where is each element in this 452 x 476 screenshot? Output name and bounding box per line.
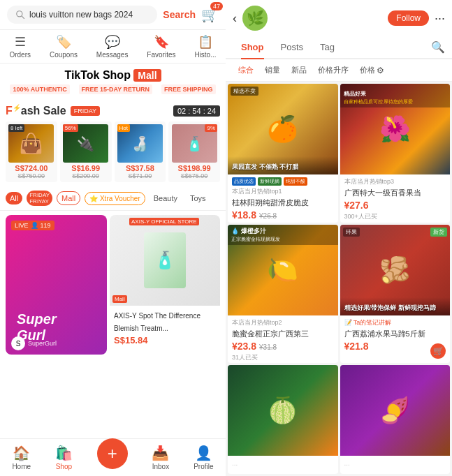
nav-coupons[interactable]: 🏷️ Coupons bbox=[50, 34, 78, 59]
flash-badge-3: 9% bbox=[205, 124, 217, 132]
grid-item-1[interactable]: 🌺 精品好果 自家种植品质可控 厚待您的厚爱 本店当月热销top3 广西特大一级… bbox=[340, 84, 451, 223]
price-row-0: ¥18.8 ¥26.8 bbox=[232, 209, 334, 221]
bottom-nav: 🏠 Home 🛍️ Shop + 📥 Inbox 👤 Profile bbox=[0, 438, 226, 476]
search-button[interactable]: Search bbox=[163, 9, 196, 20]
product-image-1: 🌺 精品好果 自家种植品质可控 厚待您的厚爱 bbox=[340, 84, 451, 174]
grid-item-2[interactable]: 🍋 💧 爆橙多汁 正宗脆蜜金桔现摘现发 本店当月热销top2 脆蜜金柑正宗广西第… bbox=[228, 225, 338, 364]
cart-icon-wrap[interactable]: 🛒 47 bbox=[201, 6, 219, 23]
flash-item-1[interactable]: 🔌 56% S$16.99 S$200.00 bbox=[60, 121, 112, 182]
grid-item-5[interactable]: 🍠 ... bbox=[340, 365, 451, 474]
product-info-4: ... bbox=[228, 456, 338, 474]
nav-orders[interactable]: ☰ Orders bbox=[9, 34, 31, 59]
nav-history[interactable]: 📋 Histo... bbox=[194, 34, 216, 59]
shop-label-3: 📝 Ta的笔记讲解 bbox=[344, 318, 446, 327]
live-channel: SuperGurl bbox=[28, 340, 57, 347]
grid-item-0[interactable]: 🍊 精选不卖 果园直发 不催熟 不打腊 品质优选 新鲜现摘 纯甜不酸 本店当月热… bbox=[228, 84, 338, 223]
bottom-nav-add[interactable]: + bbox=[97, 447, 128, 469]
product-info-0: 品质优选 新鲜现摘 纯甜不酸 本店当月热销top1 桂林阳朔纯甜滑皮脆皮 ¥18… bbox=[228, 174, 338, 223]
flash-sale-label: F⚡ash Sale bbox=[6, 104, 66, 117]
right-panel: ‹ 🌿 Follow ··· Shop Posts Tag 🔍 综合 销量 新品… bbox=[226, 0, 452, 476]
cat-tab-toys[interactable]: Toys bbox=[186, 192, 210, 204]
tab-shop[interactable]: Shop bbox=[233, 36, 272, 58]
messages-icon: 💬 bbox=[105, 34, 120, 50]
product-image-5: 🍠 bbox=[340, 365, 451, 456]
add-button[interactable]: + bbox=[97, 438, 128, 469]
nav-orders-label: Orders bbox=[9, 51, 31, 59]
product-image-2: 🍋 💧 爆橙多汁 正宗脆蜜金桔现摘现发 bbox=[228, 225, 338, 315]
more-options-button[interactable]: ··· bbox=[435, 11, 445, 26]
product-image-4: 🍈 bbox=[228, 365, 338, 456]
filter-new[interactable]: 新品 bbox=[286, 62, 312, 78]
right-search-icon[interactable]: 🔍 bbox=[431, 40, 445, 54]
flash-badge-0: 8 left bbox=[8, 124, 24, 132]
product-info-1: 本店当月热销top3 广西特大一级百香果当 ¥27.6 300+人已买 bbox=[340, 174, 451, 223]
banner-tag-shipping: FREE SHIPPING bbox=[161, 84, 216, 94]
flash-item-0[interactable]: 👜 8 left S$724.00 S$750.00 bbox=[6, 121, 57, 182]
search-input-wrap[interactable]: louis vuitton new bags 2024 bbox=[7, 6, 157, 24]
nav-favorites-label: Favorites bbox=[147, 51, 175, 59]
banner-overlay-1: 精品好果 自家种植品质可控 厚待您的厚爱 bbox=[340, 84, 451, 107]
profile-icon: 👤 bbox=[195, 445, 212, 461]
grid-item-4[interactable]: 🍈 ... bbox=[228, 365, 338, 474]
bottom-nav-home[interactable]: 🏠 Home bbox=[12, 445, 31, 470]
shop-label-1: 本店当月热销top3 bbox=[344, 177, 446, 186]
live-label: LIVE bbox=[15, 222, 29, 229]
huan-badge-3: 环果 bbox=[343, 228, 360, 237]
favorites-icon: 🔖 bbox=[154, 34, 169, 50]
grid-item-3[interactable]: 🫚 环果 新货 精选好果/带泡保鲜 新鲜现挖马蹄 📝 Ta的笔记讲解 广西荔浦水… bbox=[340, 225, 451, 364]
nav-favorites[interactable]: 🔖 Favorites bbox=[147, 34, 175, 59]
price-2: ¥23.8 bbox=[232, 341, 256, 352]
orig-price-0: ¥26.8 bbox=[259, 212, 277, 220]
product-title-1: 广西特大一级百香果当 bbox=[344, 188, 446, 198]
filter-price[interactable]: 价格 ⚙ bbox=[354, 62, 390, 78]
filter-sales[interactable]: 销量 bbox=[259, 62, 286, 78]
live-card[interactable]: LIVE 👤 119 SuperGurl S SuperGurl bbox=[6, 215, 107, 355]
product-title: AXIS-Y Spot The Difference Blemish Treat… bbox=[114, 312, 201, 332]
price-1: ¥27.6 bbox=[344, 200, 369, 211]
bottom-nav-inbox[interactable]: 📥 Inbox bbox=[152, 445, 169, 470]
cat-tab-all[interactable]: All bbox=[6, 192, 22, 204]
nav-history-label: Histo... bbox=[194, 51, 216, 59]
sold-2: 31人已买 bbox=[232, 353, 334, 362]
banner-title-text: TikTok Shop bbox=[64, 69, 133, 81]
bottom-nav-shop-label: Shop bbox=[56, 463, 72, 470]
friday-badge: FRIDAY bbox=[71, 106, 100, 116]
bottom-nav-shop[interactable]: 🛍️ Shop bbox=[55, 445, 73, 470]
banner-title: TikTok Shop Mall bbox=[6, 69, 220, 82]
cat-tab-mall[interactable]: Mall bbox=[57, 191, 80, 205]
filter-comprehensive[interactable]: 综合 bbox=[233, 62, 259, 78]
bottom-nav-inbox-label: Inbox bbox=[152, 463, 169, 470]
right-header: ‹ 🌿 Follow ··· bbox=[226, 0, 452, 36]
nav-icons: ☰ Orders 🏷️ Coupons 💬 Messages 🔖 Favorit… bbox=[0, 30, 226, 64]
flash-price-2: S$37.58 bbox=[126, 164, 154, 172]
axis-y-product-card[interactable]: 🧴 Mall AXIS-Y OFFICIAL STORE AXIS-Y Spot… bbox=[110, 215, 220, 434]
cat-tab-beauty[interactable]: Beauty bbox=[150, 192, 182, 204]
fresh-badge-0: 新鲜现摘 bbox=[258, 177, 282, 186]
tab-tag[interactable]: Tag bbox=[312, 36, 343, 58]
product-image: 🧴 Mall AXIS-Y OFFICIAL STORE bbox=[110, 215, 220, 306]
cat-tab-voucher[interactable]: ⭐ Xtra Voucher bbox=[85, 192, 145, 205]
flash-item-2[interactable]: 🍶 Hot S$37.58 S$71.00 bbox=[115, 121, 166, 182]
cart-button-3[interactable]: 🛒 bbox=[430, 343, 446, 359]
nav-messages[interactable]: 💬 Messages bbox=[96, 34, 129, 59]
product-image-3: 🫚 环果 新货 精选好果/带泡保鲜 新鲜现挖马蹄 bbox=[340, 225, 451, 315]
cat-tab-friday[interactable]: FRIDAYFRIYAY bbox=[27, 191, 52, 206]
back-button[interactable]: ‹ bbox=[233, 11, 237, 26]
price-0: ¥18.8 bbox=[232, 209, 256, 221]
orig-price-2: ¥31.8 bbox=[259, 343, 277, 351]
shop-banner[interactable]: TikTok Shop Mall 100% AUTHENTIC FREE 15-… bbox=[0, 64, 226, 100]
right-tabs: Shop Posts Tag 🔍 bbox=[226, 36, 452, 59]
live-badge: LIVE 👤 119 bbox=[11, 221, 54, 230]
live-person-icon: 👤 bbox=[31, 222, 38, 229]
follow-button[interactable]: Follow bbox=[388, 10, 429, 26]
svg-point-0 bbox=[17, 11, 22, 17]
price-3: ¥21.8 bbox=[344, 341, 369, 352]
filter-price-asc[interactable]: 价格升序 bbox=[312, 62, 354, 78]
flash-orig-1: S$200.00 bbox=[72, 172, 99, 179]
inbox-icon: 📥 bbox=[152, 445, 169, 461]
flash-price-1: S$16.99 bbox=[71, 164, 100, 172]
nav-coupons-label: Coupons bbox=[50, 51, 78, 59]
tab-posts[interactable]: Posts bbox=[272, 36, 312, 58]
flash-item-3[interactable]: 🧴 9% S$198.99 S$675.00 bbox=[168, 121, 220, 182]
bottom-nav-profile[interactable]: 👤 Profile bbox=[194, 445, 213, 470]
